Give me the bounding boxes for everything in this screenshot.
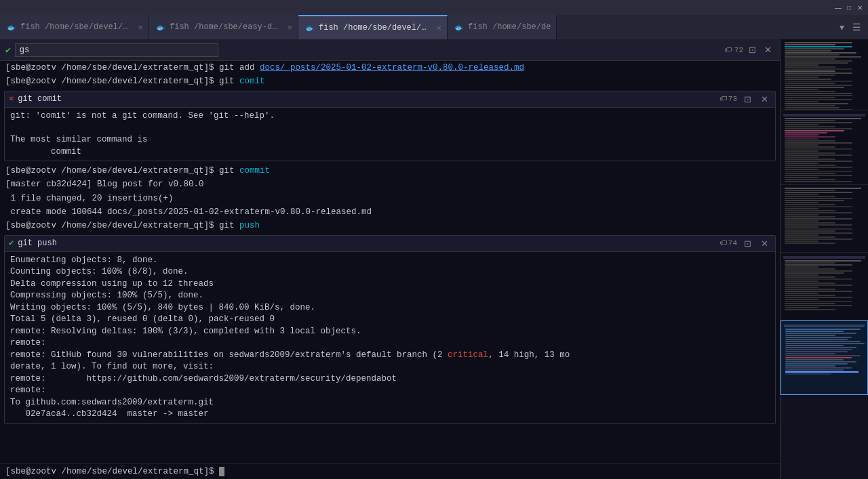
cmd-block-comit-header: ✕ git comit 🏷 73 ⊡ ✕ bbox=[5, 91, 775, 108]
minimap-section-1[interactable] bbox=[781, 39, 868, 110]
minimap-section-5[interactable] bbox=[781, 320, 868, 395]
tab-bar-end: ▾ ☰ bbox=[833, 15, 868, 39]
tab-fish-icon-4: 🐟 bbox=[454, 23, 464, 32]
term-line-git-push: [sbe@zootv /home/sbe/devel/extraterm_qt]… bbox=[0, 219, 780, 232]
expand-push-button[interactable]: ⊡ bbox=[741, 237, 754, 250]
term-line-git-comit: [sbe@zootv /home/sbe/devel/extraterm_qt]… bbox=[0, 75, 780, 88]
cmd-block-comit: ✕ git comit 🏷 73 ⊡ ✕ git: 'comit' is not… bbox=[4, 91, 776, 161]
minimap-section-4[interactable] bbox=[781, 253, 868, 320]
cmd-block-push: ✔ git push 🏷 74 ⊡ ✕ Enumerating objects:… bbox=[4, 235, 776, 424]
minimap-section-2[interactable] bbox=[781, 110, 868, 185]
close-button[interactable]: ✕ bbox=[854, 2, 865, 13]
minimap-content-1 bbox=[781, 39, 868, 110]
tab-close-3[interactable]: ✕ bbox=[437, 23, 441, 33]
terminal-panel: ✔ 🏷 72 ⊡ ✕ [sbe@zootv /home/sbe/devel/ex… bbox=[0, 39, 780, 479]
terminal-output[interactable]: [sbe@zootv /home/sbe/devel/extraterm_qt]… bbox=[0, 61, 780, 463]
tab-menu-button[interactable]: ☰ bbox=[850, 20, 864, 34]
tag-count-area: 🏷 72 ⊡ ✕ bbox=[724, 43, 774, 56]
minimize-button[interactable]: — bbox=[833, 2, 844, 13]
tab-4[interactable]: 🐟 fish /home/sbe/de bbox=[448, 15, 557, 39]
title-bar: — □ ✕ bbox=[0, 0, 868, 15]
term-line-commit-out3: create mode 100644 docs/_posts/2025-01-0… bbox=[0, 205, 780, 219]
tab-1[interactable]: 🐟 fish /home/sbe/devel/extraterm_qt ✕ bbox=[0, 15, 149, 39]
minimap-section-3[interactable] bbox=[781, 185, 868, 253]
minimap-content-2 bbox=[781, 110, 868, 184]
tab-label-3: fish /home/sbe/devel/extraterm_qt bbox=[319, 23, 430, 33]
error-icon: ✕ bbox=[9, 93, 14, 105]
tab-close-2[interactable]: ✕ bbox=[288, 22, 292, 33]
cmd-block-comit-body: git: 'comit' is not a git command. See '… bbox=[5, 108, 775, 161]
cmd-block-push-title: git push bbox=[18, 238, 57, 249]
term-line-commit-out1: [master cb32d424] Blog post for v0.80.0 bbox=[0, 178, 780, 191]
term-line-git-add: [sbe@zootv /home/sbe/devel/extraterm_qt]… bbox=[0, 61, 780, 75]
minimap-content-5 bbox=[781, 321, 867, 394]
tab-close-1[interactable]: ✕ bbox=[138, 22, 143, 33]
tag-count-push: 🏷 74 bbox=[719, 238, 737, 249]
close-search-button[interactable]: ✕ bbox=[762, 43, 774, 56]
tag-count-value: 72 bbox=[734, 46, 743, 54]
close-push-button[interactable]: ✕ bbox=[758, 237, 771, 250]
tab-label-1: fish /home/sbe/devel/extraterm_qt bbox=[20, 22, 132, 32]
bottom-prompt: [sbe@zootv /home/sbe/devel/extraterm_qt]… bbox=[0, 463, 780, 479]
expand-comit-button[interactable]: ⊡ bbox=[741, 93, 754, 106]
cmd-block-comit-controls: 🏷 73 ⊡ ✕ bbox=[719, 93, 771, 106]
tab-label-2: fish /home/sbe/easy-diffusion/mod bbox=[170, 22, 281, 32]
tab-fish-icon-3: 🐟 bbox=[305, 24, 315, 33]
expand-button[interactable]: ⊡ bbox=[746, 43, 759, 56]
tab-3[interactable]: 🐟 fish /home/sbe/devel/extraterm_qt ✕ bbox=[298, 15, 448, 39]
search-check-icon: ✔ bbox=[5, 45, 11, 56]
close-comit-button[interactable]: ✕ bbox=[758, 93, 771, 106]
check-icon-push: ✔ bbox=[9, 238, 14, 249]
cursor bbox=[219, 467, 224, 476]
main-area: ✔ 🏷 72 ⊡ ✕ [sbe@zootv /home/sbe/devel/ex… bbox=[0, 39, 868, 479]
tab-label-4: fish /home/sbe/de bbox=[468, 22, 551, 32]
cmd-block-comit-title: git comit bbox=[18, 93, 62, 105]
tab-2[interactable]: 🐟 fish /home/sbe/easy-diffusion/mod ✕ bbox=[149, 15, 298, 39]
tab-bar: 🐟 fish /home/sbe/devel/extraterm_qt ✕ 🐟 … bbox=[0, 15, 868, 39]
term-line-commit-out2: 1 file changed, 20 insertions(+) bbox=[0, 192, 780, 205]
minimap-content-3 bbox=[781, 185, 868, 252]
tab-fish-icon-1: 🐟 bbox=[7, 23, 16, 32]
term-line-git-commit: [sbe@zootv /home/sbe/devel/extraterm_qt]… bbox=[0, 164, 780, 178]
tab-fish-icon-2: 🐟 bbox=[156, 23, 165, 32]
tab-dropdown-button[interactable]: ▾ bbox=[837, 20, 847, 34]
search-input[interactable] bbox=[15, 43, 218, 57]
cmd-block-push-body: Enumerating objects: 8, done. Counting o… bbox=[5, 252, 775, 423]
tag-icon: 🏷 bbox=[724, 45, 732, 54]
right-sidebar bbox=[780, 39, 868, 479]
bottom-prompt-text: [sbe@zootv /home/sbe/devel/extraterm_qt]… bbox=[5, 467, 219, 476]
tag-count-comit: 🏷 73 bbox=[719, 94, 737, 104]
cmd-block-push-controls: 🏷 74 ⊡ ✕ bbox=[719, 237, 771, 250]
maximize-button[interactable]: □ bbox=[844, 2, 854, 13]
cmd-block-push-header: ✔ git push 🏷 74 ⊡ ✕ bbox=[5, 236, 775, 252]
minimap-content-4 bbox=[781, 253, 868, 320]
search-bar: ✔ 🏷 72 ⊡ ✕ bbox=[0, 39, 780, 61]
